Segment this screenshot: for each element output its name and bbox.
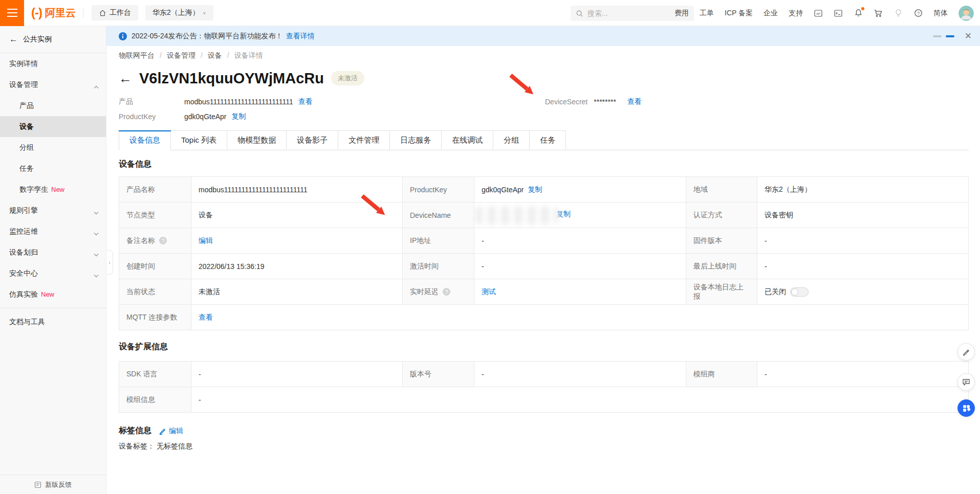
aliyun-logo[interactable]: (-) 阿里云 xyxy=(31,6,76,20)
chevron-down-icon xyxy=(94,250,99,258)
menu-enterprise[interactable]: 企业 xyxy=(764,9,778,18)
notifications-bell-icon[interactable] xyxy=(854,9,863,18)
sidebar-item-monitoring-ops[interactable]: 监控运维 xyxy=(0,221,106,242)
product-view-link[interactable]: 查看 xyxy=(298,97,313,106)
lightbulb-icon[interactable] xyxy=(894,9,903,18)
device-ext-table: SDK 语言 - 版本号 - 模组商 - 模组信息 - xyxy=(119,361,969,413)
sidebar-item-products[interactable]: 产品 xyxy=(0,95,106,116)
feedback-pencil-button[interactable] xyxy=(957,343,975,361)
tab-groups[interactable]: 分组 xyxy=(493,130,530,150)
tab-tasks[interactable]: 任务 xyxy=(530,130,566,150)
announcement-page-dot-2[interactable] xyxy=(946,35,954,37)
top-navbar: (-) 阿里云 工作台 华东2（上海） ∨ 费用 工单 ICP 备案 企业 支持… xyxy=(0,0,980,26)
breadcrumb-device-management[interactable]: 设备管理 xyxy=(160,51,195,60)
tab-topic-list[interactable]: Topic 列表 xyxy=(171,130,227,150)
local-log-toggle[interactable] xyxy=(790,287,809,297)
workbench-button[interactable]: 工作台 xyxy=(92,5,138,20)
main-content: 物联网平台 设备管理 设备 设备详情 ← V6lzVN1kquuOYWjMAcR… xyxy=(106,46,980,494)
cart-icon[interactable] xyxy=(874,9,883,18)
sidebar-divider xyxy=(0,308,106,308)
user-avatar[interactable] xyxy=(959,6,974,21)
tab-device-shadow[interactable]: 设备影子 xyxy=(287,130,338,150)
breadcrumb-device-detail: 设备详情 xyxy=(227,51,263,60)
language-selector[interactable]: 简体 xyxy=(933,9,948,18)
edit-remark-link[interactable]: 编辑 xyxy=(199,236,213,245)
label-mqtt-params: MQTT 连接参数 xyxy=(119,305,191,330)
new-badge: New xyxy=(51,186,64,193)
breadcrumb-devices[interactable]: 设备 xyxy=(201,51,222,60)
tab-tsl-data[interactable]: 物模型数据 xyxy=(227,130,287,150)
label-version: 版本号 xyxy=(403,362,474,387)
sidebar-item-instance-detail[interactable]: 实例详情 xyxy=(0,53,106,74)
view-mqtt-link[interactable]: 查看 xyxy=(199,313,213,322)
aliyun-logo-mark: (-) xyxy=(31,6,42,20)
chevron-down-icon xyxy=(94,229,99,237)
copy-productkey-link[interactable]: 复制 xyxy=(528,185,542,194)
devicesecret-value: ******** xyxy=(594,98,616,106)
search-input[interactable] xyxy=(587,9,680,17)
sidebar-back-header[interactable]: ← 公共实例 xyxy=(0,26,106,53)
back-arrow-icon[interactable]: ← xyxy=(119,72,132,85)
sidebar-item-security-center[interactable]: 安全中心 xyxy=(0,263,106,284)
help-icon[interactable]: ? xyxy=(159,237,167,244)
breadcrumb-iot-platform[interactable]: 物联网平台 xyxy=(119,51,155,60)
sidebar-item-rules-engine[interactable]: 规则引擎 xyxy=(0,200,106,221)
devicesecret-view-link[interactable]: 查看 xyxy=(627,97,642,106)
chevron-down-icon xyxy=(94,271,99,279)
instance-title: 公共实例 xyxy=(23,35,52,44)
section-title-device-ext-info: 设备扩展信息 xyxy=(119,342,969,352)
sidebar-item-digital-twin[interactable]: 数字孪生 New xyxy=(0,179,106,200)
sidebar-item-devices[interactable]: 设备 xyxy=(0,116,106,137)
device-tags-value: 无标签信息 xyxy=(157,442,192,451)
menu-ticket[interactable]: 工单 xyxy=(700,9,714,18)
help-icon[interactable]: ? xyxy=(443,288,450,296)
value-last-online-time: - xyxy=(757,254,968,279)
sidebar-item-tasks[interactable]: 任务 xyxy=(0,158,106,179)
test-delay-link[interactable]: 测试 xyxy=(482,287,496,297)
label-created-time: 创建时间 xyxy=(119,254,191,279)
floating-toolbar xyxy=(957,343,975,430)
page: (-) 阿里云 工作台 华东2（上海） ∨ 费用 工单 ICP 备案 企业 支持… xyxy=(0,0,980,494)
label-sdk-language: SDK 语言 xyxy=(119,362,191,387)
widget-grid-button[interactable] xyxy=(957,399,975,417)
value-current-status: 未激活 xyxy=(191,279,403,305)
feedback-button[interactable]: 新版反馈 xyxy=(0,475,106,494)
announcement-page-dot-1[interactable] xyxy=(933,35,942,37)
sidebar-item-device-assignment[interactable]: 设备划归 xyxy=(0,242,106,263)
help-icon[interactable]: ? xyxy=(913,9,923,18)
new-badge: New xyxy=(41,290,54,298)
tab-device-info[interactable]: 设备信息 xyxy=(119,130,171,150)
tab-bar: 设备信息 Topic 列表 物模型数据 设备影子 文件管理 日志服务 在线调试 … xyxy=(119,130,969,150)
menu-billing[interactable]: 费用 xyxy=(674,9,689,18)
section-title-device-info: 设备信息 xyxy=(119,159,969,170)
comment-icon xyxy=(962,378,970,386)
sidebar-item-groups[interactable]: 分组 xyxy=(0,137,106,158)
device-tags-label: 设备标签： xyxy=(119,442,155,451)
tab-online-debug[interactable]: 在线调试 xyxy=(442,130,493,150)
device-meta: 产品 modbus111111111111111111111111 查看 Pro… xyxy=(119,94,969,124)
label-devicename: DeviceName xyxy=(403,203,474,228)
section-title-tag-info: 标签信息 xyxy=(119,425,151,436)
sidebar-item-device-management[interactable]: 设备管理 xyxy=(0,74,106,95)
region-selector[interactable]: 华东2（上海） ∨ xyxy=(145,5,213,20)
terminal-icon[interactable] xyxy=(834,9,843,18)
menu-support[interactable]: 支持 xyxy=(789,9,803,18)
hamburger-menu-icon[interactable] xyxy=(0,0,24,26)
sidebar-item-docs-tools[interactable]: 文档与工具 xyxy=(0,311,106,332)
announcement-detail-link[interactable]: 查看详情 xyxy=(286,32,315,41)
sidebar-item-simulation-lab[interactable]: 仿真实验 New xyxy=(0,284,106,305)
api-icon[interactable]: AP xyxy=(814,9,823,18)
value-region: 华东2（上海） xyxy=(757,177,968,203)
announcement-text: 2022-05-24发布公告：物联网平台新功能发布！ xyxy=(132,32,283,41)
chat-support-button[interactable] xyxy=(957,373,975,391)
menu-icp[interactable]: ICP 备案 xyxy=(725,9,753,18)
productkey-copy-link[interactable]: 复制 xyxy=(232,112,246,121)
close-icon[interactable]: ✕ xyxy=(965,32,972,40)
tab-file-management[interactable]: 文件管理 xyxy=(338,130,390,150)
value-mqtt-params: 查看 xyxy=(191,305,968,330)
edit-tags-button[interactable]: 编辑 xyxy=(159,426,183,436)
tab-log-service[interactable]: 日志服务 xyxy=(390,130,442,150)
sidebar-collapse-handle[interactable]: ‹ xyxy=(106,250,113,275)
value-firmware-version: - xyxy=(757,228,968,254)
value-realtime-delay: 测试 xyxy=(474,279,686,305)
